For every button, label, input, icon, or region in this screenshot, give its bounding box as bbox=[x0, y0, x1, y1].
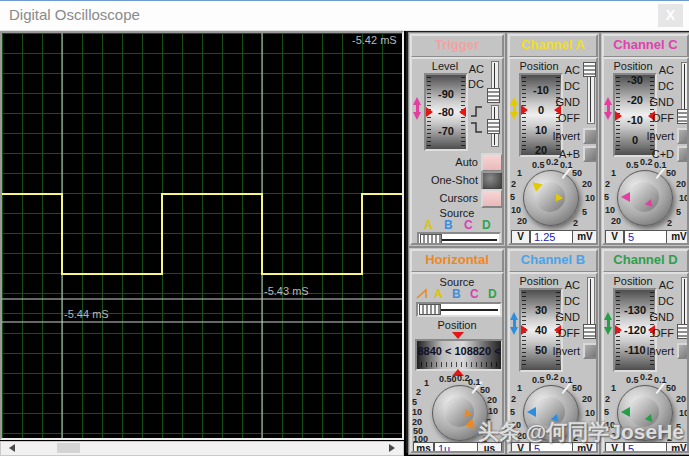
scroll-right-icon[interactable] bbox=[389, 444, 395, 452]
unit-right: mV bbox=[572, 230, 598, 245]
dial-label: 50 bbox=[666, 168, 676, 178]
dial-label: 2 bbox=[605, 179, 610, 189]
trigger-title: Trigger bbox=[410, 34, 504, 58]
dial-label: 0.2 bbox=[640, 372, 653, 382]
dial-label: 0.5 bbox=[626, 375, 639, 385]
unit-left: ms bbox=[413, 442, 434, 453]
auto-label: Auto bbox=[412, 156, 478, 168]
source-option-a[interactable]: A bbox=[424, 218, 433, 232]
dial-label: 10 bbox=[585, 193, 595, 203]
dc-label: DC bbox=[450, 78, 484, 90]
dial-label: 0.1 bbox=[654, 375, 667, 385]
volts-per-div-knob[interactable]: 0.50.20.1502010521251020 bbox=[510, 59, 596, 243]
dial-label: 5 bbox=[604, 192, 609, 202]
dial-label: 10 bbox=[679, 193, 689, 203]
display-area: -5.42 mS-5.43 mS-5.44 mS bbox=[0, 31, 406, 456]
dial-label: 5 bbox=[676, 207, 681, 217]
cursor-time-label: -5.42 mS bbox=[352, 34, 397, 46]
dial-label: 50 bbox=[666, 383, 676, 393]
falling-edge-icon bbox=[470, 121, 483, 134]
unit-right: mV bbox=[666, 230, 689, 245]
auto-button[interactable] bbox=[481, 153, 503, 172]
one-shot-label: One-Shot bbox=[412, 174, 478, 186]
trigger-edge-switch[interactable] bbox=[487, 105, 500, 147]
one-shot-button[interactable] bbox=[481, 171, 503, 190]
scale-marker-icon bbox=[426, 107, 433, 117]
window-title: Digital Oscilloscope bbox=[9, 6, 140, 23]
channel-b-title: Channel B bbox=[508, 249, 598, 273]
value-display[interactable]: 5 bbox=[624, 230, 669, 245]
dial-label: 0.2 bbox=[546, 372, 559, 382]
dial-label: 20 bbox=[676, 179, 686, 189]
channel-a-panel: Channel A Position -1001020 AC DC GND OF… bbox=[506, 32, 600, 247]
dial-label: 20 bbox=[517, 216, 527, 226]
dial-label: 0.2 bbox=[546, 157, 559, 167]
close-icon[interactable]: X bbox=[658, 4, 683, 27]
ac-label: AC bbox=[450, 63, 484, 75]
trigger-coupling-switch[interactable] bbox=[487, 61, 500, 103]
oscilloscope-window: Digital Oscilloscope X -5.42 mS-5.43 mS-… bbox=[0, 0, 689, 456]
dial-label: 2 bbox=[511, 394, 516, 404]
dial-label: 2 bbox=[511, 179, 516, 189]
dial-label: 1 bbox=[611, 383, 616, 393]
rising-edge-icon bbox=[470, 105, 483, 118]
channel-c-title: Channel C bbox=[602, 34, 689, 58]
dial-label: 20 bbox=[676, 394, 686, 404]
waveform-layer bbox=[2, 33, 402, 438]
dial-label: 2 bbox=[573, 218, 578, 228]
value-display[interactable]: 1u bbox=[434, 442, 480, 453]
scrollbar-thumb[interactable] bbox=[57, 443, 80, 453]
dial-label: 10 bbox=[679, 408, 689, 418]
dial-label: 10 bbox=[488, 406, 498, 416]
control-panels: Trigger Level -90-80-70 AC DC bbox=[406, 31, 689, 453]
cursor-time-label: -5.44 mS bbox=[64, 308, 109, 320]
trigger-panel: Trigger Level -90-80-70 AC DC bbox=[408, 32, 506, 247]
value-display[interactable]: 1.25 bbox=[530, 230, 575, 245]
dial-label: 20 bbox=[611, 216, 621, 226]
watermark: 头条 @何同学JoseHe bbox=[478, 418, 684, 446]
dial-label: 20 bbox=[582, 394, 592, 404]
cursors-label: Cursors bbox=[412, 192, 478, 204]
volts-per-div-knob[interactable]: 0.50.20.1502010521251020 bbox=[604, 59, 687, 243]
dial-label: 5 bbox=[604, 407, 609, 417]
dial-label: 0.5 bbox=[626, 160, 639, 170]
dial-label: 0.5 bbox=[532, 375, 545, 385]
dial-label: 0.5 bbox=[532, 160, 545, 170]
dial-label: 0.1 bbox=[560, 375, 573, 385]
dial-label: 1 bbox=[517, 168, 522, 178]
cursors-button[interactable] bbox=[481, 189, 503, 208]
scope-screen: -5.42 mS-5.43 mS-5.44 mS bbox=[0, 31, 404, 440]
level-up-down-arrows[interactable] bbox=[413, 97, 422, 120]
dial-label: 5 bbox=[510, 192, 515, 202]
dial-label: 50 bbox=[572, 383, 582, 393]
source-option-c[interactable]: C bbox=[464, 218, 473, 232]
dial-label: 0.50 bbox=[439, 374, 457, 384]
dial-label: 50 bbox=[572, 168, 582, 178]
dial-label: 20 bbox=[487, 395, 497, 405]
source-option-b[interactable]: B bbox=[444, 218, 453, 232]
dial-label: 10 bbox=[605, 205, 615, 215]
scale-value: -70 bbox=[426, 125, 466, 137]
title-bar: Digital Oscilloscope X bbox=[0, 1, 689, 31]
source-option-d[interactable]: D bbox=[482, 218, 491, 232]
dial-label: 1 bbox=[517, 383, 522, 393]
unit-left: V bbox=[511, 230, 530, 245]
dial-label: 10 bbox=[585, 408, 595, 418]
channel-a-title: Channel A bbox=[508, 34, 598, 58]
dial-label: 1 bbox=[611, 168, 616, 178]
dial-label: 5 bbox=[510, 407, 515, 417]
trigger-source-slider[interactable] bbox=[417, 232, 501, 245]
dial-label: 0.1 bbox=[560, 160, 573, 170]
dial-label: 50 bbox=[480, 385, 490, 395]
scroll-left-icon[interactable] bbox=[9, 444, 15, 452]
dial-label: 2 bbox=[667, 218, 672, 228]
dial-label: 0.1 bbox=[654, 160, 667, 170]
cursor-time-label: -5.43 mS bbox=[264, 285, 309, 297]
dial-label: 10 bbox=[511, 205, 521, 215]
dial-label: 2 bbox=[416, 387, 421, 397]
horizontal-scrollbar[interactable] bbox=[0, 441, 404, 456]
dial-label: 0.1 bbox=[468, 377, 481, 387]
horizontal-title: Horizontal bbox=[410, 249, 504, 273]
waveform-trace bbox=[2, 194, 402, 274]
channel-d-title: Channel D bbox=[602, 249, 689, 273]
